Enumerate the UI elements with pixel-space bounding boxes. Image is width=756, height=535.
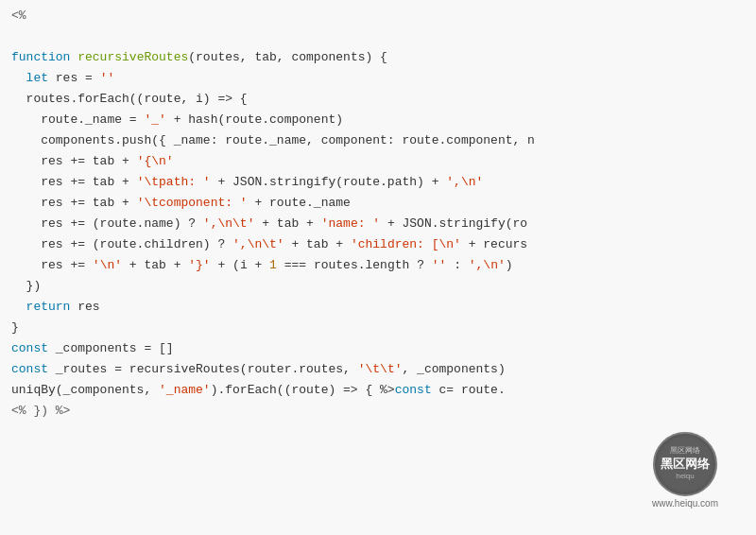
code-token: <% }) %> <box>11 404 70 418</box>
watermark-main: 黑区网络 <box>661 457 710 473</box>
code-line: res += tab + '{\n' <box>0 151 756 172</box>
code-token: + tab + <box>122 258 188 272</box>
code-line: const _components = [] <box>0 338 756 359</box>
code-token: '_' <box>144 112 165 127</box>
code-token: recursiveRoutes <box>77 50 188 64</box>
code-token: function <box>11 50 77 64</box>
code-token: _routes = recursiveRoutes(router.routes, <box>56 362 358 376</box>
code-token: 'children: [\n' <box>351 237 461 251</box>
code-token: + (i + <box>211 258 269 272</box>
code-token: '{\n' <box>137 154 174 168</box>
code-token: }) <box>11 279 41 293</box>
code-line: res += tab + '\tpath: ' + JSON.stringify… <box>0 172 756 193</box>
code-token: '\t\t' <box>358 362 403 376</box>
code-token: '\n' <box>93 258 122 272</box>
code-line: res += (route.children) ? ',\n\t' + tab … <box>0 234 756 255</box>
code-token: c= route. <box>439 383 506 397</box>
code-token: const <box>11 341 56 355</box>
code-token: res += tab + <box>11 196 137 210</box>
code-token: routes.forEach((route, i) => { <box>11 92 248 106</box>
code-line: } <box>0 318 756 338</box>
code-token: res += <box>11 258 93 272</box>
code-token: '_name' <box>159 383 211 397</box>
code-line: function recursiveRoutes(routes, tab, co… <box>0 47 756 68</box>
code-token: components.push({ _name: route._name, co… <box>11 133 527 147</box>
code-token: === routes.length ? <box>277 258 432 272</box>
code-token: n <box>527 133 535 147</box>
code-token: : <box>446 258 468 272</box>
code-token: res += (route.name) ? <box>11 216 203 231</box>
code-token: ',\n\t' <box>232 237 284 251</box>
code-token: (routes, tab, components) { <box>188 50 387 64</box>
code-token: '\tpath: ' <box>137 175 211 189</box>
code-token: ',\n' <box>446 175 483 189</box>
code-line: let res = '' <box>0 68 756 89</box>
watermark-logo: 黑区网络 黑区网络 heiqu <box>653 432 717 496</box>
code-token: 1 <box>269 258 277 272</box>
code-token: + tab + <box>284 237 351 251</box>
code-token: + JSON.stringify(route.path) + <box>211 175 447 189</box>
code-token: uniqBy(_components, <box>11 383 159 397</box>
code-token: res = <box>56 71 100 85</box>
code-token: res <box>77 300 99 314</box>
code-token: const <box>395 383 439 397</box>
code-token: '\tcomponent: ' <box>137 196 248 210</box>
code-line: return res <box>0 297 756 318</box>
code-line: <% <box>0 6 756 26</box>
code-line: uniqBy(_components, '_name').forEach((ro… <box>0 380 756 401</box>
watermark-top: 黑区网络 <box>670 446 700 456</box>
code-token: + JSON.stringify(ro <box>380 216 527 231</box>
code-line: }) <box>0 276 756 297</box>
code-token: return <box>26 300 78 314</box>
watermark-url: www.heiqu.com <box>652 498 718 509</box>
code-line: routes.forEach((route, i) => { <box>0 89 756 110</box>
code-line: route._name = '_' + hash(route.component… <box>0 110 756 130</box>
code-token: const <box>11 362 56 376</box>
code-token: } <box>11 320 19 335</box>
code-token: _components = [] <box>56 341 174 355</box>
code-container: <% function recursiveRoutes(routes, tab,… <box>0 0 756 535</box>
code-token: + route._name <box>248 196 351 210</box>
code-token: + tab + <box>254 216 320 231</box>
code-token: '' <box>100 71 115 85</box>
code-line: res += '\n' + tab + '}' + (i + 1 === rou… <box>0 255 756 276</box>
code-token: '}' <box>188 258 210 272</box>
code-line: components.push({ _name: route._name, co… <box>0 130 756 151</box>
code-token: res += tab + <box>11 154 137 168</box>
code-token: '' <box>432 258 447 272</box>
code-token: + recurs <box>461 237 527 251</box>
code-token: , _components) <box>402 362 505 376</box>
code-token: ',\n\t' <box>203 216 255 231</box>
code-line <box>0 26 756 47</box>
code-token: let <box>11 71 56 85</box>
code-token: route._name = <box>11 112 144 127</box>
watermark: 黑区网络 黑区网络 heiqu www.heiqu.com <box>652 432 718 509</box>
code-line: const _routes = recursiveRoutes(router.r… <box>0 359 756 380</box>
code-token <box>11 300 26 314</box>
code-token: ',\n' <box>469 258 506 272</box>
code-line: <% }) %> <box>0 401 756 422</box>
code-line: res += (route.name) ? ',\n\t' + tab + 'n… <box>0 214 756 234</box>
code-token: ).forEach((route) => { %> <box>211 383 395 397</box>
watermark-sub: heiqu <box>676 472 695 481</box>
code-token: <% <box>11 9 26 23</box>
code-token: res += tab + <box>11 175 137 189</box>
code-token: res += (route.children) ? <box>11 237 232 251</box>
code-token: 'name: ' <box>321 216 380 231</box>
code-token: + hash(route.component) <box>166 112 343 127</box>
code-token: ) <box>506 258 513 272</box>
code-line: res += tab + '\tcomponent: ' + route._na… <box>0 193 756 214</box>
